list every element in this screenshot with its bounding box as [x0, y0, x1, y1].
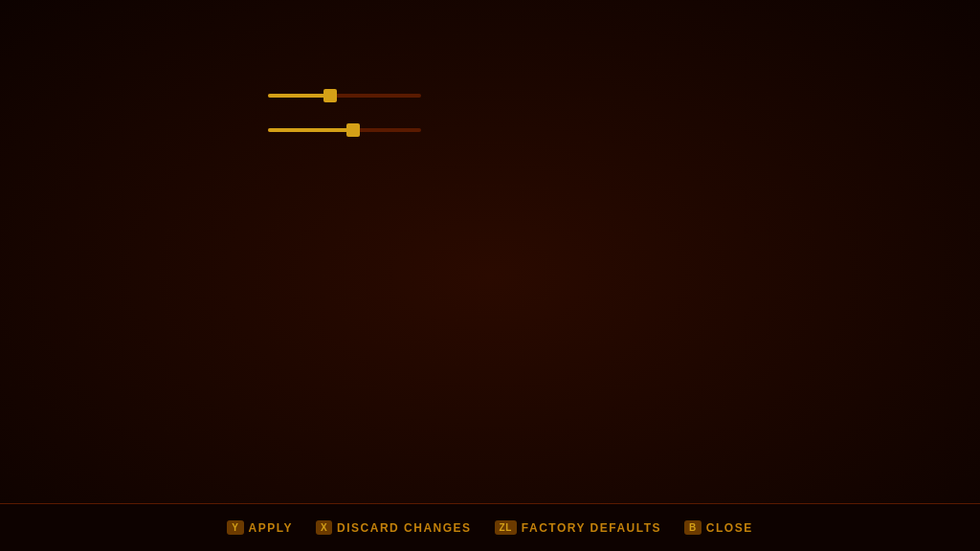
close-button[interactable]: B CLOSE	[684, 520, 753, 535]
footer: Y APPLY X DISCARD CHANGES ZL FACTORY DEF…	[0, 503, 980, 551]
autosaves-slider[interactable]	[268, 128, 421, 132]
discard-badge: X	[316, 520, 332, 535]
discard-label: DISCARD CHANGES	[337, 521, 472, 535]
defaults-badge: ZL	[495, 520, 517, 535]
apply-label: APPLY	[249, 521, 293, 535]
discard-button[interactable]: X DISCARD CHANGES	[316, 520, 472, 535]
close-badge: B	[684, 520, 702, 535]
defaults-label: FACTORY DEFAULTS	[522, 521, 661, 535]
apply-badge: Y	[227, 520, 243, 535]
close-label: CLOSE	[706, 521, 753, 535]
apply-button[interactable]: Y APPLY	[227, 520, 293, 535]
autosave-interval-slider[interactable]	[268, 94, 421, 98]
factory-defaults-button[interactable]: ZL FACTORY DEFAULTS	[495, 520, 661, 535]
